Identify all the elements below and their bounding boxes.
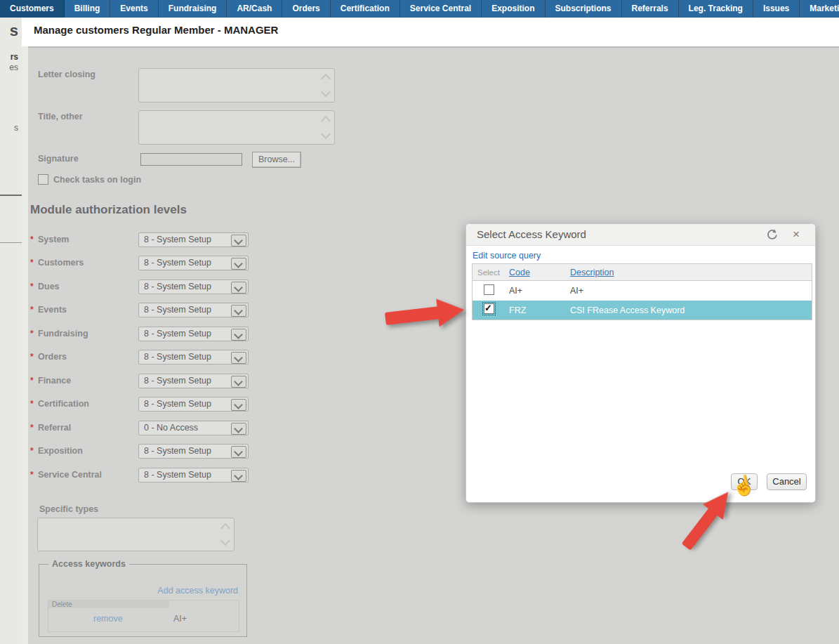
dropdown-arrow-icon[interactable] bbox=[231, 352, 246, 364]
nav-tab-exposition[interactable]: Exposition bbox=[482, 0, 545, 18]
dropdown-arrow-icon[interactable] bbox=[231, 446, 246, 458]
select-value: 8 - System Setup bbox=[144, 352, 211, 362]
top-nav-bar: Customers Billing Events Fundraising AR/… bbox=[0, 0, 839, 18]
dropdown-arrow-icon[interactable] bbox=[231, 305, 246, 317]
dropdown-arrow-icon[interactable] bbox=[231, 329, 246, 341]
dues-level-select[interactable]: 8 - System Setup bbox=[138, 280, 249, 294]
description-column-sort-link[interactable]: Description bbox=[570, 268, 614, 277]
service-central-level-select[interactable]: 8 - System Setup bbox=[138, 468, 249, 482]
required-asterisk: * bbox=[30, 258, 34, 268]
access-keyword-row: remove AI+ bbox=[48, 608, 239, 630]
specific-types-textarea[interactable] bbox=[37, 518, 234, 551]
row-checkbox[interactable] bbox=[484, 284, 494, 295]
auth-label: Fundraising bbox=[38, 329, 88, 339]
nav-tab-events[interactable]: Events bbox=[110, 0, 158, 18]
select-value: 8 - System Setup bbox=[144, 282, 211, 291]
orders-level-select[interactable]: 8 - System Setup bbox=[138, 350, 249, 364]
dropdown-arrow-icon[interactable] bbox=[231, 423, 246, 435]
nav-tab-issues[interactable]: Issues bbox=[753, 0, 800, 18]
chevron-down-icon[interactable] bbox=[220, 536, 230, 546]
finance-level-select[interactable]: 8 - System Setup bbox=[138, 374, 249, 388]
content-left-margin bbox=[22, 46, 28, 644]
edit-source-query-link[interactable]: Edit source query bbox=[473, 251, 541, 261]
nav-tab-ar-cash[interactable]: AR/Cash bbox=[227, 0, 282, 18]
required-asterisk: * bbox=[30, 305, 34, 315]
nav-tab-marketing[interactable]: Marketing bbox=[800, 0, 839, 18]
signature-label: Signature bbox=[38, 154, 79, 164]
nav-tab-orders[interactable]: Orders bbox=[282, 0, 330, 18]
auth-row-events: * Events 8 - System Setup bbox=[30, 303, 262, 318]
dropdown-arrow-icon[interactable] bbox=[231, 399, 246, 411]
chevron-up-icon[interactable] bbox=[321, 74, 331, 84]
auth-label: Certification bbox=[38, 399, 89, 409]
auth-row-service-central: * Service Central 8 - System Setup bbox=[30, 468, 262, 483]
access-keywords-fieldset: Access keywords Add access keyword Delet… bbox=[39, 564, 247, 637]
dropdown-arrow-icon[interactable] bbox=[231, 235, 246, 247]
letter-closing-textarea[interactable] bbox=[138, 68, 335, 103]
nav-tab-customers[interactable]: Customers bbox=[0, 0, 65, 18]
nav-tab-service-central[interactable]: Service Central bbox=[400, 0, 482, 18]
table-row-selected[interactable]: FRZ CSI FRease Access Keyword bbox=[473, 301, 812, 320]
add-access-keyword-link[interactable]: Add access keyword bbox=[157, 586, 238, 596]
refresh-icon[interactable] bbox=[766, 228, 779, 241]
fundraising-level-select[interactable]: 8 - System Setup bbox=[138, 327, 249, 341]
description-cell: CSI FRease Access Keyword bbox=[570, 305, 812, 315]
auth-label: Service Central bbox=[38, 470, 102, 480]
customers-level-select[interactable]: 8 - System Setup bbox=[138, 256, 249, 270]
nav-tab-billing[interactable]: Billing bbox=[65, 0, 111, 18]
nav-tab-referrals[interactable]: Referrals bbox=[622, 0, 679, 18]
auth-row-system: * System 8 - System Setup bbox=[30, 232, 262, 248]
page-title-bar: Manage customers Regular Member - MANAGE… bbox=[22, 18, 839, 48]
dialog-header[interactable]: Select Access Keyword × bbox=[466, 224, 815, 246]
chevron-down-icon[interactable] bbox=[321, 129, 331, 139]
check-tasks-checkbox[interactable] bbox=[38, 174, 48, 185]
nav-tab-leg-tracking[interactable]: Leg. Tracking bbox=[679, 0, 753, 18]
auth-row-fundraising: * Fundraising 8 - System Setup bbox=[30, 327, 262, 342]
table-header-row: Select Code Description bbox=[473, 264, 812, 281]
sidebar-text-fragment: rs bbox=[11, 52, 18, 62]
auth-row-referral: * Referral 0 - No Access bbox=[30, 421, 262, 436]
select-value: 8 - System Setup bbox=[144, 305, 211, 315]
table-row[interactable]: AI+ AI+ bbox=[473, 281, 812, 301]
chevron-up-icon[interactable] bbox=[220, 523, 230, 533]
sidebar-divider bbox=[0, 242, 22, 243]
select-value: 8 - System Setup bbox=[144, 235, 211, 244]
code-column-sort-link[interactable]: Code bbox=[509, 268, 530, 277]
certification-level-select[interactable]: 8 - System Setup bbox=[138, 397, 249, 412]
events-level-select[interactable]: 8 - System Setup bbox=[138, 303, 249, 317]
system-level-select[interactable]: 8 - System Setup bbox=[138, 232, 249, 247]
code-cell: AI+ bbox=[509, 286, 570, 296]
select-access-keyword-dialog: Select Access Keyword × Edit source quer… bbox=[465, 223, 816, 503]
dropdown-arrow-icon[interactable] bbox=[231, 376, 246, 388]
description-cell: AI+ bbox=[570, 286, 812, 296]
auth-label: Referral bbox=[38, 423, 71, 433]
dropdown-arrow-icon[interactable] bbox=[231, 282, 246, 294]
nav-tab-fundraising[interactable]: Fundraising bbox=[159, 0, 227, 18]
nav-tab-subscriptions[interactable]: Subscriptions bbox=[546, 0, 622, 18]
required-asterisk: * bbox=[30, 470, 34, 480]
select-column-header: Select bbox=[473, 268, 509, 277]
close-icon[interactable]: × bbox=[790, 228, 802, 241]
referral-level-select[interactable]: 0 - No Access bbox=[138, 421, 249, 435]
required-asterisk: * bbox=[30, 329, 34, 339]
row-checkbox-checked[interactable] bbox=[484, 303, 494, 314]
chevron-down-icon[interactable] bbox=[321, 87, 331, 97]
browse-button[interactable]: Browse... bbox=[252, 152, 301, 168]
exposition-level-select[interactable]: 8 - System Setup bbox=[138, 444, 249, 459]
required-asterisk: * bbox=[30, 376, 34, 386]
select-value: 0 - No Access bbox=[144, 423, 198, 433]
sidebar-text-fragment: s bbox=[14, 123, 18, 133]
specific-types-label: Specific types bbox=[39, 504, 98, 514]
dropdown-arrow-icon[interactable] bbox=[231, 470, 246, 482]
dropdown-arrow-icon[interactable] bbox=[231, 258, 246, 270]
auth-row-certification: * Certification 8 - System Setup bbox=[30, 397, 262, 412]
title-other-label: Title, other bbox=[38, 112, 83, 121]
chevron-up-icon[interactable] bbox=[321, 116, 331, 126]
required-asterisk: * bbox=[30, 282, 34, 291]
select-value: 8 - System Setup bbox=[144, 329, 211, 339]
cancel-button[interactable]: Cancel bbox=[767, 473, 807, 490]
signature-file-input[interactable] bbox=[140, 153, 242, 166]
nav-tab-certification[interactable]: Certification bbox=[331, 0, 400, 18]
remove-link[interactable]: remove bbox=[93, 614, 123, 624]
title-other-textarea[interactable] bbox=[138, 110, 335, 145]
